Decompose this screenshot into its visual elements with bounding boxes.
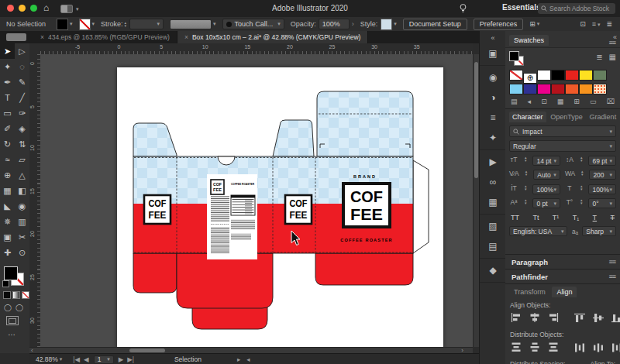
char-rotation-field[interactable]: 0°▾: [588, 198, 616, 208]
kerning-stepper[interactable]: ▴▾: [525, 170, 528, 180]
layout-switcher-caret-icon[interactable]: ▾: [76, 6, 79, 12]
distribute-right-button[interactable]: [611, 342, 620, 355]
artboard-tool[interactable]: ▣: [0, 229, 15, 245]
close-window-button[interactable]: [7, 5, 14, 12]
align-v-center-button[interactable]: [592, 312, 604, 325]
style-caret-icon[interactable]: ▾: [394, 21, 397, 27]
vertical-scrollbar-thumb[interactable]: [474, 62, 478, 178]
lasso-tool[interactable]: ◌: [15, 59, 29, 74]
fill-caret-icon[interactable]: ▾: [70, 21, 73, 27]
swatch-none[interactable]: [509, 70, 523, 81]
swatches-menu-icon[interactable]: ≡≡: [608, 39, 615, 46]
shape-builder-tool[interactable]: ⊕: [0, 167, 15, 183]
pathfinder-menu-icon[interactable]: ≡≡: [608, 273, 615, 280]
language-field[interactable]: English: USA▾: [509, 226, 567, 236]
brush-definition-dropdown[interactable]: Touch Call...▾: [222, 19, 284, 29]
line-segment-tool[interactable]: ╱: [15, 90, 29, 105]
paragraph-menu-icon[interactable]: ≡≡: [608, 258, 615, 266]
swatch-color[interactable]: [537, 84, 551, 94]
color-panel-icon[interactable]: ◉: [480, 67, 506, 88]
font-size-field[interactable]: 14 pt▾: [532, 156, 560, 166]
pen-tool[interactable]: ✒: [0, 74, 15, 90]
first-artboard-icon[interactable]: |◀: [73, 355, 80, 363]
document-layout-icon[interactable]: ≡▾: [592, 20, 601, 28]
horizontal-scrollbar-thumb[interactable]: [129, 349, 165, 352]
zoom-window-button[interactable]: [30, 5, 37, 12]
prev-artboard-icon[interactable]: ◀: [84, 355, 89, 363]
swatch-color[interactable]: [509, 84, 523, 94]
workspace-switcher[interactable]: Essentials: [502, 3, 540, 12]
slice-tool[interactable]: ✂: [15, 229, 29, 245]
leading-stepper[interactable]: ▴▾: [580, 156, 583, 166]
document-tab-2[interactable]: × Box 10x5x10 cm – 2.ai* @ 42.88% (CMYK/…: [177, 31, 368, 43]
document-tab-1[interactable]: × 434.eps @ 163.85% (RGB/GPU Preview): [33, 31, 177, 43]
distribute-top-button[interactable]: [510, 342, 522, 355]
canvas[interactable]: COF FEE COFFEE ROASTER COF FEE COF FEE: [40, 54, 473, 347]
strikethrough-button[interactable]: T: [611, 214, 615, 221]
swatch-color[interactable]: [537, 70, 551, 81]
swatch-list-view-icon[interactable]: ≣: [596, 53, 602, 61]
underline-button[interactable]: T: [593, 214, 598, 221]
anti-alias-field[interactable]: Sharp▾: [582, 226, 616, 236]
tab-opentype[interactable]: OpenType: [548, 112, 585, 122]
direct-selection-tool[interactable]: ▷: [15, 43, 29, 59]
leading-field[interactable]: 69 pt▾: [588, 156, 616, 166]
swatch-libraries-icon[interactable]: ▤: [511, 98, 518, 105]
layers-panel-icon[interactable]: ◆: [480, 260, 506, 280]
tab-transform[interactable]: Transform: [509, 287, 550, 297]
swatch-color[interactable]: [551, 70, 565, 81]
paintbrush-tool[interactable]: ✑: [15, 105, 29, 121]
stroke-weight-field[interactable]: ▾: [129, 19, 164, 29]
distribute-bottom-button[interactable]: [547, 342, 560, 355]
brush-caret-icon[interactable]: ▾: [213, 21, 216, 27]
swatch-color[interactable]: [579, 70, 593, 81]
swatch-registration[interactable]: ⊕: [523, 73, 537, 84]
blend-tool[interactable]: ◉: [15, 198, 29, 214]
kerning-field[interactable]: Auto▾: [533, 170, 560, 180]
perspective-grid-tool[interactable]: △: [15, 167, 29, 183]
pencil-tool[interactable]: ✐: [0, 121, 15, 136]
stroke-weight-stepper[interactable]: ▴▾: [125, 21, 127, 27]
swatch-grid-view-icon[interactable]: ▦: [609, 53, 616, 61]
swatch-color[interactable]: [593, 70, 607, 81]
align-bottom-button[interactable]: [611, 312, 620, 325]
brush-preview[interactable]: [170, 19, 212, 29]
swatch-color[interactable]: [551, 84, 565, 94]
screen-mode-icon[interactable]: [6, 316, 19, 325]
superscript-button[interactable]: T¹: [553, 214, 560, 221]
gradient-panel-icon[interactable]: ◑: [480, 88, 506, 108]
artboards-panel-icon[interactable]: ▦: [480, 192, 506, 212]
pathfinder-panel-header[interactable]: Pathfinder ≡≡: [505, 269, 620, 283]
zoom-level-field[interactable]: 42.88%: [36, 355, 58, 363]
minimize-window-button[interactable]: [19, 5, 26, 12]
symbol-sprayer-tool[interactable]: ✵: [0, 214, 15, 229]
opacity-field[interactable]: 100%: [319, 19, 350, 29]
all-caps-button[interactable]: TT: [511, 214, 519, 221]
eyedropper-tool[interactable]: ◣: [0, 198, 15, 214]
status-collapse-icon[interactable]: ◂: [246, 355, 250, 363]
swatch-color[interactable]: [565, 84, 579, 94]
actions-panel-icon[interactable]: ▶: [480, 152, 506, 172]
swatches-proxy[interactable]: [509, 51, 525, 65]
magic-wand-tool[interactable]: ✦: [0, 59, 15, 74]
vertical-scale-field[interactable]: 100%▾: [532, 184, 560, 194]
preferences-button[interactable]: Preferences: [474, 19, 524, 30]
window-widget-icon[interactable]: [6, 33, 26, 41]
free-transform-tool[interactable]: ▱: [15, 152, 29, 167]
style-swatch[interactable]: [381, 19, 392, 30]
swatch-color[interactable]: [565, 70, 579, 81]
subscript-button[interactable]: T₁: [573, 214, 580, 221]
default-fill-stroke-icon[interactable]: [2, 280, 9, 287]
gradient-mode-icon[interactable]: [12, 291, 20, 299]
swatch-pattern[interactable]: [593, 84, 607, 94]
swatch-color[interactable]: [579, 84, 593, 94]
ruler-origin-box[interactable]: [29, 43, 41, 55]
rectangle-tool[interactable]: ▭: [0, 105, 15, 121]
home-icon[interactable]: ⌂: [43, 2, 49, 13]
stroke-color-swatch[interactable]: [79, 19, 91, 30]
rotation-stepper[interactable]: ▴▾: [580, 198, 583, 208]
arrange-documents-icon[interactable]: ⊡: [580, 20, 586, 28]
color-mode-icon[interactable]: [3, 291, 11, 299]
none-mode-icon[interactable]: [22, 291, 29, 299]
align-top-button[interactable]: [574, 312, 586, 325]
